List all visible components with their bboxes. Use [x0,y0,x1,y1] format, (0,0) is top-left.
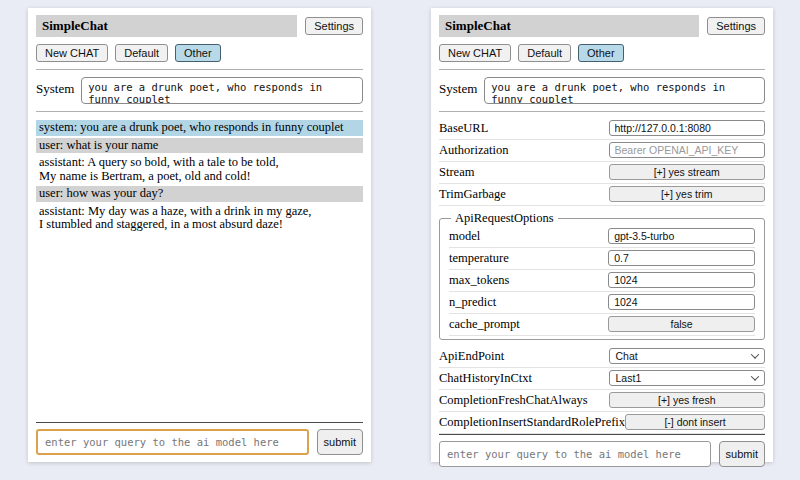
system-label: System [36,77,74,104]
session-button-default[interactable]: Default [115,44,168,62]
header: SimpleChat Settings [439,15,765,37]
divider [36,422,363,423]
spacer [36,235,363,423]
session-button-new-chat[interactable]: New CHAT [439,44,511,62]
system-prompt-input[interactable]: you are a drunk poet, who responds in fu… [81,77,363,104]
settings-row-trimgarbage: TrimGarbage[+] yes trim [439,184,765,206]
settings-input[interactable] [608,228,755,244]
settings-select[interactable]: Chat [609,348,765,364]
settings-input[interactable] [608,272,755,288]
settings-input[interactable] [608,294,755,310]
session-button-default[interactable]: Default [518,44,571,62]
settings-label: TrimGarbage [439,187,609,202]
settings-row-max_tokens: max_tokens [449,270,755,292]
divider [36,111,363,112]
submit-button[interactable]: submit [719,441,765,467]
chat-message-list: system: you are a drunk poet, who respon… [36,120,363,235]
system-label: System [439,77,477,104]
settings-label: ChatHistoryInCtxt [439,371,609,386]
submit-button[interactable]: submit [317,429,363,455]
session-buttons: New CHATDefaultOther [439,44,765,62]
query-row: submit [36,429,363,455]
settings-toggle-button[interactable]: [+] yes trim [609,186,765,202]
settings-label: model [449,229,608,244]
simplechat-panel-settings: SimpleChat Settings New CHATDefaultOther… [431,8,773,462]
selected-option: Last1 [616,372,642,384]
settings-row-authorization: Authorization [439,140,765,162]
settings-row-baseurl: BaseURL [439,118,765,140]
settings-label: cache_prompt [449,317,608,332]
settings-label: CompletionInsertStandardRolePrefix [439,415,625,430]
settings-label: Authorization [439,143,609,158]
settings-rows-fieldset: modeltemperaturemax_tokensn_predictcache… [449,226,755,336]
settings-label: Stream [439,165,609,180]
system-prompt-row: System you are a drunk poet, who respond… [439,77,765,104]
divider [36,69,363,70]
settings-toggle-button[interactable]: [+] yes fresh [609,392,765,408]
settings-input[interactable] [609,120,765,136]
divider [439,69,765,70]
settings-button[interactable]: Settings [305,17,363,35]
app-title: SimpleChat [36,15,297,37]
settings-label: max_tokens [449,273,608,288]
settings-label: CompletionFreshChatAlways [439,393,609,408]
app-title: SimpleChat [439,15,699,37]
settings-toggle-button[interactable]: [+] yes stream [609,164,765,180]
header: SimpleChat Settings [36,15,363,37]
chat-message-assistant: assistant: A query so bold, with a tale … [36,155,363,184]
divider [439,434,765,435]
settings-row-n_predict: n_predict [449,292,755,314]
system-prompt-row: System you are a drunk poet, who respond… [36,77,363,104]
chevron-down-icon [751,372,759,380]
selected-option: Chat [616,350,638,362]
settings-button[interactable]: Settings [707,17,765,35]
chat-message-user: user: what is your name [36,138,363,154]
settings-row-completioninsertstandardroleprefix: CompletionInsertStandardRolePrefix[-] do… [439,412,765,434]
settings-row-apiendpoint: ApiEndPointChat [439,346,765,368]
chevron-down-icon [751,350,759,358]
settings-toggle-button[interactable]: [-] dont insert [625,414,765,430]
settings-label: temperature [449,251,608,266]
divider [439,111,765,112]
session-button-new-chat[interactable]: New CHAT [36,44,108,62]
settings-row-cache_prompt: cache_promptfalse [449,314,755,336]
api-request-options-fieldset: ApiRequestOptions modeltemperaturemax_to… [439,211,765,340]
settings-row-model: model [449,226,755,248]
query-input[interactable] [439,441,711,467]
session-button-other[interactable]: Other [175,44,221,62]
session-button-other[interactable]: Other [578,44,624,62]
settings-row-chathistoryinctxt: ChatHistoryInCtxtLast1 [439,368,765,390]
settings-row-temperature: temperature [449,248,755,270]
settings-rows-top: BaseURLAuthorizationStream[+] yes stream… [439,118,765,206]
settings-rows-bottom: ApiEndPointChatChatHistoryInCtxtLast1Com… [439,346,765,434]
settings-row-completionfreshchatalways: CompletionFreshChatAlways[+] yes fresh [439,390,765,412]
chat-message-assistant: assistant: My day was a haze, with a dri… [36,204,363,233]
query-row: submit [439,441,765,467]
settings-toggle-button[interactable]: false [608,316,755,332]
system-prompt-input[interactable]: you are a drunk poet, who responds in fu… [484,77,765,104]
fieldset-legend: ApiRequestOptions [451,211,558,226]
settings-row-stream: Stream[+] yes stream [439,162,765,184]
query-input[interactable] [36,429,309,455]
chat-message-system: system: you are a drunk poet, who respon… [36,120,363,136]
session-buttons: New CHATDefaultOther [36,44,363,62]
chat-message-user: user: how was your day? [36,186,363,202]
settings-input[interactable] [609,142,765,158]
settings-label: n_predict [449,295,608,310]
settings-select[interactable]: Last1 [609,370,765,386]
simplechat-panel-chat: SimpleChat Settings New CHATDefaultOther… [28,8,371,462]
settings-input[interactable] [608,250,755,266]
settings-label: BaseURL [439,121,609,136]
settings-label: ApiEndPoint [439,349,609,364]
